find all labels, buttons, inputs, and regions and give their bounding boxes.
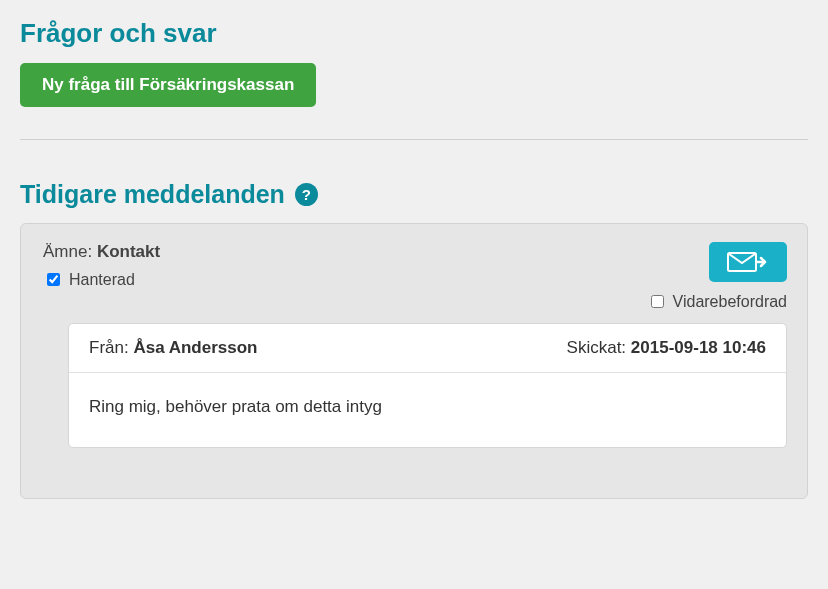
handled-checkbox[interactable]: [47, 273, 60, 286]
handled-checkbox-row[interactable]: Hanterad: [43, 270, 160, 289]
subject-line: Ämne: Kontakt: [43, 242, 160, 262]
message-card: Ämne: Kontakt Hanterad: [20, 223, 808, 499]
forwarded-checkbox[interactable]: [651, 295, 664, 308]
message-from: Från: Åsa Andersson: [89, 338, 258, 358]
handled-label: Hanterad: [69, 271, 135, 289]
message-body: Ring mig, behöver prata om detta intyg: [69, 373, 786, 447]
message-sent: Skickat: 2015-09-18 10:46: [567, 338, 766, 358]
from-value: Åsa Andersson: [133, 338, 257, 357]
forwarded-checkbox-row[interactable]: Vidarebefordrad: [647, 292, 787, 311]
from-label: Från:: [89, 338, 129, 357]
section-divider: [20, 139, 808, 140]
sent-value: 2015-09-18 10:46: [631, 338, 766, 357]
page-title: Frågor och svar: [20, 18, 808, 49]
message-item: Från: Åsa Andersson Skickat: 2015-09-18 …: [68, 323, 787, 448]
subject-label: Ämne:: [43, 242, 92, 261]
mail-forward-icon: [727, 251, 769, 273]
sent-label: Skickat:: [567, 338, 627, 357]
previous-messages-title: Tidigare meddelanden: [20, 180, 285, 209]
forwarded-label: Vidarebefordrad: [673, 293, 787, 311]
new-question-button[interactable]: Ny fråga till Försäkringskassan: [20, 63, 316, 107]
help-icon[interactable]: ?: [295, 183, 318, 206]
forward-button[interactable]: [709, 242, 787, 282]
subject-value: Kontakt: [97, 242, 160, 261]
